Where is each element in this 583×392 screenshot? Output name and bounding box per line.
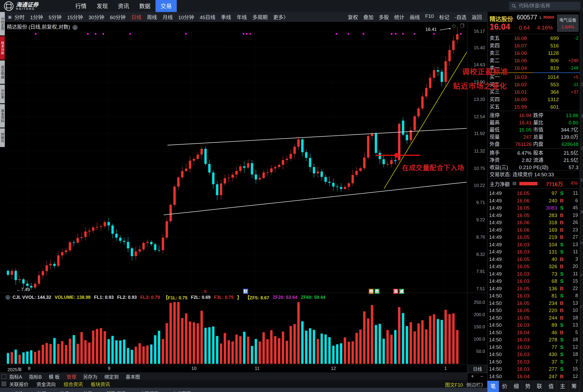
tick-time: 14:50 bbox=[489, 300, 502, 307]
panel-icon[interactable] bbox=[2, 374, 6, 379]
tool-叠加[interactable]: 叠加 bbox=[363, 13, 373, 21]
sector-box[interactable]: 电气设备 1.64% bbox=[557, 15, 578, 32]
button-资金流向[interactable]: 资金流向 bbox=[36, 381, 56, 387]
period-周线[interactable]: 周线 bbox=[147, 13, 157, 21]
quick-label: 个股行情 bbox=[140, 391, 158, 392]
chevron-down-icon[interactable]: ⌄ bbox=[5, 295, 10, 300]
period-季线[interactable]: 季线 bbox=[221, 13, 231, 21]
panel-toggle-icon[interactable]: ❒ bbox=[460, 23, 464, 29]
chevron-down-icon[interactable]: ⌄ bbox=[72, 25, 78, 30]
panel-tab-筹[interactable]: 筹 bbox=[569, 381, 580, 392]
list-icon[interactable]: ▤ bbox=[512, 181, 516, 186]
haitong-logo-icon bbox=[4, 1, 14, 11]
tool-统计[interactable]: 统计 bbox=[394, 13, 404, 21]
button-模 板[interactable]: 模 板 bbox=[49, 373, 60, 380]
stat-label-流通: 流通 bbox=[533, 157, 543, 164]
quick-快卖[interactable]: ⊟快卖 bbox=[55, 390, 69, 392]
panel-tab-主[interactable]: 主 bbox=[557, 381, 569, 392]
period-1分钟[interactable]: 1分钟 bbox=[30, 13, 43, 21]
tool-复权[interactable]: 复权 bbox=[348, 13, 358, 21]
period-30分钟[interactable]: 30分钟 bbox=[89, 13, 104, 21]
orderbook-price: 16.00 bbox=[514, 96, 527, 103]
quick-在线客服[interactable]: ☊在线客服 bbox=[167, 390, 191, 392]
button-管理[interactable]: 管理 bbox=[67, 373, 76, 380]
period-月线[interactable]: 月线 bbox=[163, 13, 173, 21]
tick-count: 6 bbox=[575, 197, 578, 205]
panel-tab-价[interactable]: 价 bbox=[499, 381, 511, 392]
zoom-in-button[interactable]: + bbox=[468, 373, 477, 380]
period-日线[interactable]: 日线 bbox=[131, 13, 141, 21]
volume-tick-50.0: 50.0 bbox=[466, 349, 485, 354]
menu-item-行情[interactable]: 行情 bbox=[70, 0, 92, 12]
sidebar-toggle-button[interactable]: 侧边栏》 bbox=[466, 381, 486, 388]
tick-price: 16.05 bbox=[517, 285, 529, 292]
date-label-2025年: 2025年 bbox=[7, 366, 22, 373]
tool-多股[interactable]: 多股 bbox=[379, 13, 389, 21]
period-更多〉[interactable]: 更多〉 bbox=[273, 13, 288, 21]
period-45日线[interactable]: 45日线 bbox=[200, 13, 215, 21]
price-change: 0.64 bbox=[519, 24, 530, 31]
panel-tab-势[interactable]: 势 bbox=[522, 381, 534, 392]
tool-F10[interactable]: F10 bbox=[425, 13, 434, 21]
stat-value-现量: 247 bbox=[523, 133, 532, 141]
tick-price: 16.05 bbox=[517, 314, 529, 322]
quick-快撤[interactable]: ↩快撤 bbox=[78, 390, 92, 392]
button-指标A[interactable]: 指标A bbox=[9, 373, 22, 380]
stats-row: 外盘761126内盘628648 bbox=[487, 141, 580, 148]
orderbook-row-卖四: 卖四16.07516 bbox=[487, 42, 580, 50]
button-关联报价[interactable]: 关联报价 bbox=[9, 381, 28, 387]
button-综合资讯[interactable]: 综合资讯 bbox=[64, 381, 83, 387]
button-指标B[interactable]: 指标B bbox=[29, 373, 42, 380]
orderbook-price: 16.02 bbox=[514, 81, 527, 88]
quick-快买[interactable]: ⊞快买 bbox=[32, 390, 46, 392]
period-多周期[interactable]: 多周期 bbox=[252, 13, 268, 21]
tick-volume: 283 bbox=[549, 212, 557, 219]
panel-tab-联[interactable]: 联 bbox=[534, 381, 545, 392]
tick-row: 14:5016.03278S18 bbox=[487, 336, 580, 344]
menu-item-交易[interactable]: 交易 bbox=[155, 0, 177, 12]
candlestick-chart[interactable] bbox=[0, 22, 487, 375]
stock-search-box[interactable] bbox=[509, 2, 580, 10]
tool-返回[interactable]: 返回 bbox=[472, 13, 482, 21]
period-60分钟[interactable]: 60分钟 bbox=[110, 13, 126, 21]
button-基本图[interactable]: 基本图 bbox=[126, 373, 140, 380]
stats-row: 现量247总量139.0万 bbox=[487, 133, 580, 141]
diamond-icon[interactable]: ◇ bbox=[452, 23, 456, 29]
tool-画线[interactable]: 画线 bbox=[410, 13, 420, 21]
menu-item-数据[interactable]: 数据 bbox=[134, 0, 155, 12]
zoom-out-button[interactable]: − bbox=[477, 373, 487, 380]
button-板块资讯[interactable]: 板块资讯 bbox=[91, 381, 110, 387]
period-15分钟[interactable]: 15分钟 bbox=[67, 13, 83, 21]
tick-time: 14:50 bbox=[489, 336, 502, 344]
quick-label: 快买 bbox=[37, 391, 46, 392]
menu-item-资讯[interactable]: 资讯 bbox=[113, 0, 134, 12]
period-10分钟[interactable]: 10分钟 bbox=[178, 13, 194, 21]
quick-个股行情[interactable]: ▥个股行情 bbox=[135, 390, 158, 392]
price-tick-13.20: 13.20 bbox=[466, 97, 485, 102]
tool--自选[interactable]: -自选 bbox=[455, 13, 466, 21]
tool-标记[interactable]: 标记 bbox=[439, 13, 449, 21]
menu-item-发现[interactable]: 发现 bbox=[92, 0, 113, 12]
search-input[interactable] bbox=[518, 3, 573, 9]
panel-tab-值[interactable]: 值 bbox=[545, 381, 557, 392]
quick-自选[interactable]: ◎自选 bbox=[9, 390, 23, 392]
tick-row: 14:4916.053083S45 bbox=[487, 204, 580, 212]
tick-side: B bbox=[560, 256, 564, 263]
button-绑定到[interactable]: 绑定到 bbox=[104, 373, 119, 380]
indicator-toolbar: 指标A指标B模 板管理另存为绑定到基本图 bbox=[0, 373, 468, 380]
panel-tab-笔[interactable]: 笔 bbox=[487, 381, 499, 392]
panel-tab-细[interactable]: 细 bbox=[511, 381, 522, 392]
orderbook-delta: +240 bbox=[568, 57, 578, 64]
tick-price: 16.03 bbox=[517, 358, 529, 366]
period-年线[interactable]: 年线 bbox=[237, 13, 247, 21]
split-icon[interactable] bbox=[2, 382, 6, 386]
edge-char: 财 bbox=[580, 177, 583, 182]
date-label-8: 8 bbox=[28, 366, 30, 371]
button-另存为[interactable]: 另存为 bbox=[83, 373, 97, 380]
period-分时[interactable]: 分时 bbox=[14, 13, 24, 21]
graphic-f10-button[interactable]: 图文F10 bbox=[445, 381, 463, 388]
layout-icon[interactable]: ▣ bbox=[8, 15, 12, 19]
tick-count: 13 bbox=[573, 300, 578, 307]
quick-新股/新债[interactable]: ◉新股/新债 bbox=[101, 390, 126, 392]
period-5分钟[interactable]: 5分钟 bbox=[49, 13, 62, 21]
